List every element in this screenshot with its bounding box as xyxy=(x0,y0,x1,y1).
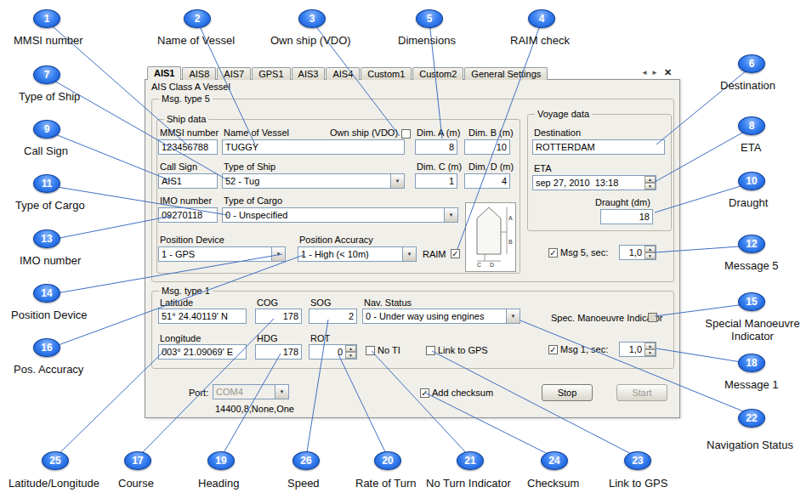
position-device-select[interactable]: 1 - GPS ▼ xyxy=(158,246,286,262)
position-accuracy-label: Position Accuracy xyxy=(299,235,373,245)
chevron-down-icon[interactable]: ▼ xyxy=(275,385,288,399)
stop-button[interactable]: Stop xyxy=(542,384,593,401)
vessel-name-input[interactable] xyxy=(222,139,405,155)
msg1-interval-stepper[interactable]: ▲ ▼ xyxy=(619,342,656,357)
msg1-enable-checkbox[interactable]: ✓ xyxy=(548,345,558,354)
callout-balloon-24: 24 xyxy=(541,451,568,470)
latitude-input[interactable] xyxy=(158,309,247,324)
type-of-cargo-value: 0 - Unspecified xyxy=(225,210,442,220)
chevron-down-icon[interactable]: ▼ xyxy=(271,247,285,261)
raim-label: RAIM xyxy=(423,249,446,259)
rot-stepper[interactable]: ▲ ▼ xyxy=(309,344,357,360)
spin-down-icon[interactable]: ▼ xyxy=(644,349,656,356)
imo-input[interactable] xyxy=(158,207,218,223)
start-button[interactable]: Start xyxy=(616,384,667,401)
callout-label-course: Course xyxy=(118,477,154,490)
position-accuracy-value: 1 - High (< 10m) xyxy=(301,249,400,259)
port-value: COM4 xyxy=(216,387,273,397)
chevron-down-icon[interactable]: ▼ xyxy=(506,309,520,323)
spec-manoeuvre-checkbox[interactable] xyxy=(648,313,657,322)
spin-up-icon[interactable]: ▲ xyxy=(644,343,656,349)
dim-c-input[interactable] xyxy=(415,173,457,189)
msg5-enable-checkbox[interactable]: ✓ xyxy=(548,248,558,258)
callout-label-checksum: Checksum xyxy=(527,477,579,490)
callout-label-type-of-ship: Type of Ship xyxy=(19,90,80,103)
type-of-cargo-select[interactable]: 0 - Unspecified ▼ xyxy=(222,207,458,223)
spin-down-icon[interactable]: ▼ xyxy=(345,352,356,359)
tab-ais8[interactable]: AIS8 xyxy=(182,67,216,80)
longitude-label: Longitude xyxy=(160,333,201,343)
tab-scroll-left-icon[interactable]: ◄ xyxy=(641,69,648,76)
ais-simulator-window: AIS1 AIS8 AIS7 GPS1 AIS3 AIS4 Custom1 Cu… xyxy=(145,66,680,418)
rot-spinner[interactable]: ▲ ▼ xyxy=(345,345,356,359)
eta-input[interactable] xyxy=(532,175,656,190)
tab-ais3[interactable]: AIS3 xyxy=(292,67,326,80)
eta-label: ETA xyxy=(534,163,552,173)
dim-d-input[interactable] xyxy=(464,173,510,189)
tab-general-settings[interactable]: General Settings xyxy=(464,67,548,80)
eta-spinner[interactable]: ▲ ▼ xyxy=(644,176,656,190)
callout-balloon-17: 17 xyxy=(124,451,151,470)
eta-datetime-picker[interactable]: ▲ ▼ xyxy=(532,175,656,190)
sog-input[interactable] xyxy=(309,309,357,324)
add-checksum-label: Add checksum xyxy=(432,388,493,398)
callout-label-rate-of-turn: Rate of Turn xyxy=(355,477,417,490)
destination-input[interactable] xyxy=(532,139,665,155)
msg1-group-title: Msg. type 1 xyxy=(159,286,213,296)
callout-label-ownship: Own ship (VDO) xyxy=(270,34,351,47)
add-checksum-checkbox[interactable]: ✓ xyxy=(420,388,429,398)
callout-balloon-18: 18 xyxy=(738,354,765,372)
spin-up-icon[interactable]: ▲ xyxy=(644,246,656,252)
callout-balloon-25: 25 xyxy=(42,451,69,470)
type-of-ship-select[interactable]: 52 - Tug ▼ xyxy=(222,173,405,189)
tab-scroll-right-icon[interactable]: ► xyxy=(651,69,658,76)
own-ship-checkbox[interactable] xyxy=(401,129,411,139)
dim-c-letter: C xyxy=(477,262,481,268)
dim-b-input[interactable] xyxy=(464,139,510,155)
position-accuracy-select[interactable]: 1 - High (< 10m) ▼ xyxy=(298,246,417,262)
msg5-interval-spinner[interactable]: ▲ ▼ xyxy=(644,246,656,259)
callout-balloon-7: 7 xyxy=(33,65,60,84)
callout-label-mmsi: MMSI number xyxy=(14,34,83,47)
hdg-input[interactable] xyxy=(255,344,302,360)
chevron-down-icon[interactable]: ▼ xyxy=(444,208,457,222)
tab-ais7[interactable]: AIS7 xyxy=(217,67,251,80)
callout-label-lat-lon: Latitude/Longitude xyxy=(9,477,99,490)
msg1-interval-spinner[interactable]: ▲ ▼ xyxy=(644,343,656,356)
msg5-interval-stepper[interactable]: ▲ ▼ xyxy=(619,245,656,260)
port-select[interactable]: COM4 ▼ xyxy=(213,384,289,399)
spin-down-icon[interactable]: ▼ xyxy=(644,183,656,190)
raim-checkbox[interactable]: ✓ xyxy=(451,249,460,258)
spin-up-icon[interactable]: ▲ xyxy=(345,345,356,352)
tab-ais4[interactable]: AIS4 xyxy=(326,67,360,80)
mmsi-input[interactable] xyxy=(158,139,218,155)
draught-input[interactable] xyxy=(600,209,653,224)
type-of-cargo-label: Type of Cargo xyxy=(224,195,282,206)
dim-a-input[interactable] xyxy=(415,139,457,155)
msg5-group-title: Msg. type 5 xyxy=(159,93,213,104)
tab-gps1[interactable]: GPS1 xyxy=(252,67,290,80)
callout-balloon-6: 6 xyxy=(738,54,765,73)
chevron-down-icon[interactable]: ▼ xyxy=(390,174,404,188)
callout-label-draught: Draught xyxy=(729,196,768,209)
callout-balloon-4: 4 xyxy=(528,9,555,28)
cog-label: COG xyxy=(257,297,278,308)
longitude-input[interactable] xyxy=(158,344,247,360)
spin-down-icon[interactable]: ▼ xyxy=(644,252,656,259)
callout-label-heading: Heading xyxy=(198,477,239,490)
tab-custom1[interactable]: Custom1 xyxy=(361,67,412,80)
tab-custom2[interactable]: Custom2 xyxy=(412,67,463,80)
cog-input[interactable] xyxy=(255,309,302,324)
no-ti-checkbox[interactable] xyxy=(366,346,375,355)
nav-status-select[interactable]: 0 - Under way using engines ▼ xyxy=(362,309,520,324)
draught-label: Draught (dm) xyxy=(595,197,650,207)
spin-up-icon[interactable]: ▲ xyxy=(644,176,656,183)
latitude-label: Latitude xyxy=(160,297,193,308)
callout-label-pos-accuracy: Pos. Accuracy xyxy=(14,363,83,376)
chevron-down-icon[interactable]: ▼ xyxy=(402,247,416,261)
tab-ais1[interactable]: AIS1 xyxy=(147,66,181,80)
callout-balloon-14: 14 xyxy=(33,284,60,303)
call-sign-input[interactable] xyxy=(158,173,218,189)
close-icon[interactable]: ✕ xyxy=(664,67,672,78)
link-to-gps-checkbox[interactable] xyxy=(426,346,435,355)
